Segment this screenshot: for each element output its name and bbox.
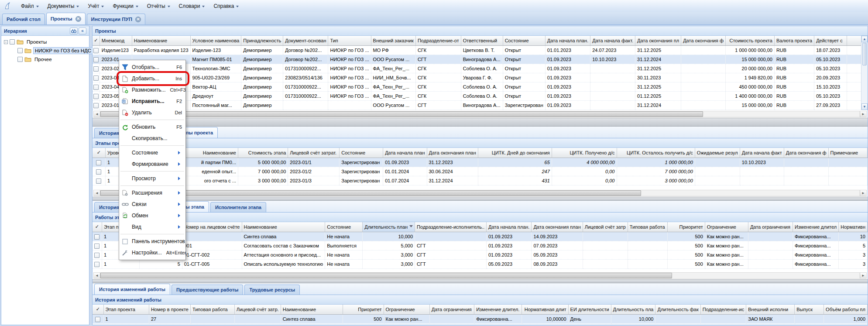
grid-cell[interactable]: Договор №202... <box>283 45 328 55</box>
history-tab-2[interactable]: Трудовые ресурсы <box>244 285 300 295</box>
grid-cell[interactable]: 15 000 000,00 <box>725 100 774 110</box>
works-row-1[interactable]: 1001Согласовать состав с ЗаказчикомВыпол… <box>93 241 868 250</box>
grid-cell[interactable]: 500 <box>667 232 705 241</box>
grid-cell[interactable] <box>234 314 281 323</box>
scroll-left-icon[interactable]: ◄ <box>94 190 100 196</box>
row-checkbox-cell[interactable] <box>93 167 105 176</box>
stages-column-header-14[interactable]: Примечание <box>828 148 867 158</box>
grid-cell[interactable]: Демопример <box>241 45 283 55</box>
row-checkbox-cell[interactable] <box>93 64 99 73</box>
grid-cell[interactable]: 07.09.2023 <box>532 241 583 250</box>
stages-column-header-3[interactable]: Стоимость этапа <box>238 148 288 158</box>
grid-cell[interactable] <box>784 176 828 185</box>
row-checkbox[interactable] <box>93 66 99 72</box>
stages-column-header-9[interactable]: ЦИТК. Получено д/с <box>552 148 617 158</box>
projects-column-header-12[interactable]: Дата начала факт. <box>590 36 635 45</box>
history-column-header-12[interactable]: Длительность пла <box>611 305 655 314</box>
grid-cell[interactable]: СГК <box>415 45 461 55</box>
grid-cell[interactable] <box>590 91 635 100</box>
grid-cell[interactable] <box>681 55 726 64</box>
projects-column-header-11[interactable]: Дата начала план. <box>545 36 590 45</box>
grid-cell[interactable]: 10.10.2023 <box>590 55 635 64</box>
grid-cell[interactable]: 001 <box>182 241 242 250</box>
grid-cell[interactable]: 450 000 000,00 <box>725 82 774 91</box>
history-tab-1[interactable]: Предшествующие работы <box>172 285 243 295</box>
projects-row-1[interactable]: 2023-01Магнит ПМ085-01ДемопримерДоговор … <box>93 55 868 64</box>
grid-cell[interactable]: Договор №202... <box>283 55 328 64</box>
grid-cell[interactable] <box>628 232 667 241</box>
grid-cell[interactable]: Цветкова В. Т. <box>461 45 503 55</box>
grid-cell[interactable]: Зарегистрирован <box>340 158 383 167</box>
grid-cell[interactable]: 500 <box>667 259 705 268</box>
grid-cell[interactable]: 5,000 <box>363 241 415 250</box>
grid-cell[interactable]: 05.10.2023 <box>814 91 847 100</box>
history-column-header-1[interactable]: Этап проекта <box>103 305 149 314</box>
stages-column-header-10[interactable]: ЦИТК. Осталось получить д/с <box>617 148 695 158</box>
projects-column-header-8[interactable]: Подразделение-от <box>415 36 461 45</box>
works-column-header-11[interactable]: Типовая работа <box>628 222 667 232</box>
grid-cell[interactable]: СГК <box>415 73 461 82</box>
grid-cell[interactable]: ЗАО МАЯК <box>746 314 795 323</box>
projects-column-header-2[interactable]: Наименование <box>132 36 190 45</box>
grid-cell[interactable]: Фиксированна... <box>793 232 838 241</box>
grid-cell[interactable]: 3 <box>839 259 868 268</box>
grid-cell[interactable]: 5 <box>839 241 868 250</box>
scroll-right-icon[interactable]: ► <box>860 273 866 278</box>
grid-cell[interactable] <box>784 158 828 167</box>
grid-cell[interactable] <box>748 232 793 241</box>
tree-checkbox[interactable] <box>10 39 15 45</box>
history-column-header-16[interactable]: Выпуск <box>795 305 824 314</box>
row-checkbox-cell[interactable] <box>93 232 102 241</box>
stages-column-header-13[interactable]: Дата окончания ф <box>784 148 828 158</box>
grid-cell[interactable] <box>190 314 234 323</box>
grid-cell[interactable]: 01.09.2023 <box>545 82 590 91</box>
stages-horizontal-scrollbar[interactable]: ◄► <box>93 190 867 196</box>
grid-cell[interactable]: Изделие-123 <box>190 45 241 55</box>
grid-cell[interactable]: 01.09.2023 <box>486 232 531 241</box>
projects-row-6[interactable]: 2023-01тПостоянный маг...ДемопримерООО Р… <box>93 100 868 110</box>
grid-cell[interactable]: День <box>568 314 611 323</box>
grid-cell[interactable]: Фиксированна... <box>793 241 838 250</box>
works-column-header-15[interactable]: Изменение длител <box>793 222 838 232</box>
grid-cell[interactable] <box>748 250 793 259</box>
row-checkbox-cell[interactable] <box>93 241 102 250</box>
context-menu-item-скопировать[interactable]: Скопировать... <box>119 133 185 144</box>
grid-cell[interactable]: Зарегистрирован <box>340 167 383 176</box>
row-checkbox-cell[interactable] <box>93 45 99 55</box>
grid-cell[interactable]: ООО Русатом ... <box>371 100 415 110</box>
projects-horizontal-scrollbar[interactable]: ◄► <box>93 111 867 117</box>
history-column-header-13[interactable]: Длительность фак <box>655 305 700 314</box>
tree-node-0[interactable]: −Проекты <box>2 38 88 46</box>
tree-expander-icon[interactable]: − <box>4 40 8 44</box>
grid-cell[interactable]: Открыт <box>503 91 545 100</box>
grid-cell[interactable]: 01.09.2023 <box>545 73 590 82</box>
grid-cell[interactable]: 500 <box>667 241 705 250</box>
projects-row-5[interactable]: 2023-05ДредноутДемопример017310000922...… <box>93 91 868 100</box>
grid-cell[interactable] <box>681 82 726 91</box>
grid-cell[interactable] <box>695 167 740 176</box>
grid-cell[interactable]: 15 000 000,00 <box>725 55 774 64</box>
grid-cell[interactable]: ФА_Техн_Рег_... <box>371 82 415 91</box>
grid-cell[interactable]: Дредноут <box>190 91 241 100</box>
grid-cell[interactable]: 3,000 <box>363 259 415 268</box>
grid-cell[interactable] <box>695 176 740 185</box>
grid-cell[interactable] <box>590 64 635 73</box>
grid-cell[interactable]: 0,00 <box>552 167 617 176</box>
grid-cell[interactable] <box>748 259 793 268</box>
grid-cell[interactable]: 10.10.2023 <box>740 158 784 167</box>
grid-cell[interactable]: 01.09.2023 <box>545 100 590 110</box>
row-checkbox-cell[interactable] <box>93 73 99 82</box>
tree-node-2[interactable]: Прочее <box>10 55 88 64</box>
grid-cell[interactable] <box>828 176 867 185</box>
grid-cell[interactable]: Открыт <box>503 73 545 82</box>
grid-cell[interactable] <box>283 100 328 110</box>
grid-cell[interactable] <box>583 232 628 241</box>
grid-cell[interactable] <box>655 314 700 323</box>
grid-cell[interactable]: 2023-01/2 <box>288 167 340 176</box>
grid-cell[interactable]: Виноградова А... <box>461 55 503 64</box>
grid-cell[interactable]: 05.09.2023 <box>532 250 583 259</box>
grid-cell[interactable]: Синтез сплава <box>242 232 325 241</box>
row-checkbox-cell[interactable] <box>93 176 105 185</box>
works-column-header-9[interactable]: Дата окончания план <box>532 222 583 232</box>
works-select-all-header[interactable]: ✓ <box>93 222 102 232</box>
